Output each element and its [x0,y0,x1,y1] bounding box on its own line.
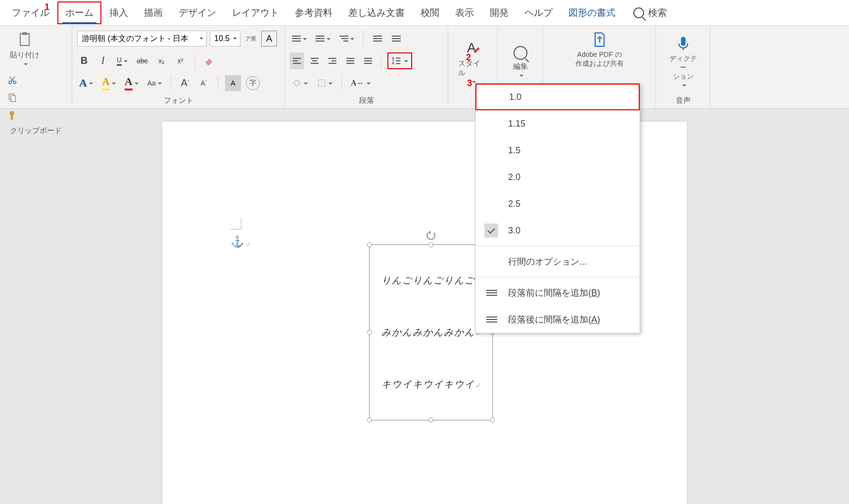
distribute-button[interactable] [361,52,375,69]
line-spacing-1.5[interactable]: 1.5 [475,137,640,164]
microphone-icon [674,35,692,52]
separator [341,76,342,91]
text-line[interactable]: みかんみかんみかん↲ [381,326,481,339]
font-color-button[interactable]: A [123,75,141,92]
cut-button[interactable] [5,72,20,89]
separator [381,53,381,68]
shading-button[interactable] [290,75,310,92]
text-line[interactable]: りんごりんごりんご↲ [381,274,481,287]
shrink-font-button[interactable]: Aˇ [197,75,211,92]
character-border-button[interactable]: A [261,31,277,46]
resize-handle[interactable] [490,417,495,422]
grow-font-button[interactable]: Aˆ [178,75,192,92]
borders-button[interactable] [315,75,334,92]
align-left-button[interactable] [290,52,304,69]
resize-handle[interactable] [428,417,433,422]
pdf-icon [591,31,609,48]
sort-button[interactable]: A↔ [349,75,373,92]
enclose-characters-button[interactable]: 字 [246,76,260,90]
bullets-button[interactable] [290,30,309,47]
tab-home[interactable]: ホーム [57,1,101,24]
line-spacing-menu: 1.0 1.15 1.5 2.0 2.5 3.0 行間のオプション... 段落前… [475,83,640,333]
text-line[interactable]: キウイキウイキウイ↲ [381,378,481,391]
font-size-combo[interactable]: 10.5 [210,31,240,46]
check-icon [484,224,498,237]
tab-draw[interactable]: 描画 [136,1,171,24]
paragraph-mark: ⤶ [245,241,250,248]
text-effects-button[interactable]: A [77,75,95,92]
tab-view[interactable]: 表示 [447,1,482,24]
resize-handle[interactable] [428,242,433,247]
decrease-indent-button[interactable] [371,30,384,47]
separator [475,246,640,246]
separator [218,76,218,91]
line-spacing-1.0[interactable]: 1.0 [475,84,640,110]
line-spacing-button[interactable] [387,52,412,69]
clear-formatting-button[interactable] [202,52,217,69]
copy-icon [7,92,18,103]
multilevel-icon [339,36,348,42]
resize-handle[interactable] [367,417,372,422]
align-right-button[interactable] [326,52,339,69]
tab-design[interactable]: デザイン [171,1,224,24]
underline-button[interactable]: U [115,52,130,69]
bold-button[interactable]: B [77,52,91,69]
superscript-button[interactable]: x² [174,52,188,69]
italic-button[interactable]: I [96,52,110,69]
increase-indent-button[interactable] [389,30,403,47]
search-box[interactable]: 検索 [633,6,667,19]
resize-handle[interactable] [367,242,372,247]
text-box[interactable]: りんごりんごりんご↲ みかんみかんみかん↲ キウイキウイキウイ↲ [369,244,493,420]
align-center-button[interactable] [308,52,322,69]
editing-button[interactable]: 編集 [508,43,533,80]
align-left-icon [293,58,301,64]
separator [363,31,364,46]
align-right-icon [329,58,336,64]
line-spacing-2.5[interactable]: 2.5 [475,190,640,217]
font-name-combo[interactable]: 游明朝 (本文のフォント - 日本 [77,31,207,46]
character-shading-button[interactable]: A [225,75,241,91]
justify-button[interactable] [343,52,357,69]
change-case-button[interactable]: Aa [145,75,164,92]
align-center-icon [311,58,319,64]
line-spacing-3.0[interactable]: 3.0 [475,217,640,244]
resize-handle[interactable] [367,330,372,335]
paste-button[interactable]: 貼り付け [5,28,45,69]
tab-mailings[interactable]: 差し込み文書 [340,1,413,24]
tab-insert[interactable]: 挿入 [101,1,136,24]
create-pdf-button[interactable]: Adobe PDF の 作成および共有 [570,28,629,71]
document-area[interactable]: ⚓ ⤶ りんごりんごりんご↲ みかんみかんみかん↲ キウイキウイキウイ↲ [0,109,849,504]
scissors-icon [7,75,18,86]
copy-button[interactable] [5,90,20,106]
tab-shape-format[interactable]: 図形の書式 [561,1,623,24]
svg-rect-1 [23,32,27,35]
tab-review[interactable]: 校閲 [413,1,447,24]
anchor-icon: ⚓ [231,235,244,248]
tab-references[interactable]: 参考資料 [287,1,340,24]
tab-layout[interactable]: レイアウト [224,1,287,24]
ribbon-tabs: ファイル ホーム 挿入 描画 デザイン レイアウト 参考資料 差し込み文書 校閲… [0,0,849,26]
svg-rect-0 [20,34,29,46]
numbering-button[interactable] [314,30,332,47]
line-spacing-1.15[interactable]: 1.15 [475,110,640,137]
callout-3: 3 [467,78,472,89]
highlight-color-button[interactable]: A [100,75,118,92]
phonetic-guide-button[interactable]: ア亜 [243,30,258,47]
subscript-button[interactable]: x₂ [155,52,169,69]
rotate-handle[interactable] [426,231,435,240]
line-spacing-options[interactable]: 行間のオプション... [475,248,640,275]
tab-developer[interactable]: 開発 [482,1,517,24]
callout-1: 1 [45,2,49,12]
styles-button[interactable]: A スタイル [453,36,492,87]
line-spacing-2.0[interactable]: 2.0 [475,164,640,190]
add-space-after[interactable]: 段落後に間隔を追加(A) [475,306,640,333]
line-spacing-icon [391,55,402,66]
multilevel-list-button[interactable] [337,30,356,47]
dictate-button[interactable]: ディクテー ション [661,32,705,90]
space-after-icon [486,317,497,322]
justify-icon [346,58,354,64]
border-icon [317,78,327,88]
strikethrough-button[interactable]: abc [135,52,150,69]
tab-help[interactable]: ヘルプ [517,1,561,24]
add-space-before[interactable]: 段落前に間隔を追加(B) [475,279,640,306]
